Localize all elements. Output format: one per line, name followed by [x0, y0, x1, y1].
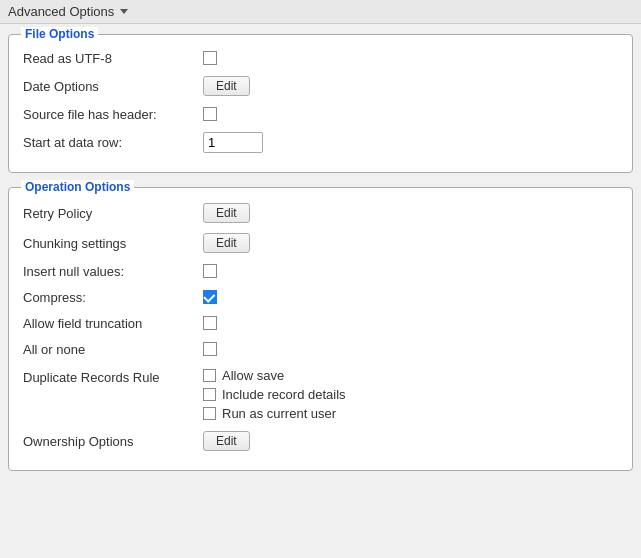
- allow-field-truncation-control: [203, 316, 618, 330]
- run-as-current-user-checkbox[interactable]: [203, 407, 216, 420]
- allow-field-truncation-row: Allow field truncation: [23, 310, 618, 336]
- file-options-section: File Options Read as UTF-8 Date Options …: [8, 34, 633, 173]
- date-options-row: Date Options Edit: [23, 71, 618, 101]
- allow-save-checkbox[interactable]: [203, 369, 216, 382]
- ownership-options-control: Edit: [203, 431, 618, 451]
- duplicate-records-label: Duplicate Records Rule: [23, 368, 203, 385]
- date-options-edit-button[interactable]: Edit: [203, 76, 250, 96]
- compress-checkbox[interactable]: [203, 290, 217, 304]
- insert-null-control: [203, 264, 618, 278]
- page-container: Advanced Options File Options Read as UT…: [0, 0, 641, 481]
- include-record-details-row: Include record details: [203, 387, 346, 402]
- all-or-none-checkbox[interactable]: [203, 342, 217, 356]
- start-data-row-label: Start at data row:: [23, 135, 203, 150]
- allow-field-truncation-checkbox[interactable]: [203, 316, 217, 330]
- allow-save-row: Allow save: [203, 368, 346, 383]
- chunking-settings-row: Chunking settings Edit: [23, 228, 618, 258]
- compress-label: Compress:: [23, 290, 203, 305]
- source-file-header-label: Source file has header:: [23, 107, 203, 122]
- chunking-settings-edit-button[interactable]: Edit: [203, 233, 250, 253]
- retry-policy-edit-button[interactable]: Edit: [203, 203, 250, 223]
- ownership-options-label: Ownership Options: [23, 434, 203, 449]
- retry-policy-row: Retry Policy Edit: [23, 198, 618, 228]
- retry-policy-label: Retry Policy: [23, 206, 203, 221]
- ownership-options-row: Ownership Options Edit: [23, 426, 618, 456]
- compress-control: [203, 290, 618, 304]
- duplicate-records-row: Duplicate Records Rule Allow save Includ…: [23, 362, 618, 426]
- all-or-none-control: [203, 342, 618, 356]
- start-data-row-row: Start at data row:: [23, 127, 618, 158]
- page-title: Advanced Options: [8, 4, 114, 19]
- header-bar: Advanced Options: [0, 0, 641, 24]
- read-utf8-checkbox[interactable]: [203, 51, 217, 65]
- insert-null-row: Insert null values:: [23, 258, 618, 284]
- insert-null-checkbox[interactable]: [203, 264, 217, 278]
- include-record-details-label: Include record details: [222, 387, 346, 402]
- run-as-current-user-row: Run as current user: [203, 406, 346, 421]
- run-as-current-user-label: Run as current user: [222, 406, 336, 421]
- read-utf8-control: [203, 51, 618, 65]
- include-record-details-checkbox[interactable]: [203, 388, 216, 401]
- file-options-legend: File Options: [21, 27, 98, 41]
- start-data-row-input[interactable]: [203, 132, 263, 153]
- date-options-control: Edit: [203, 76, 618, 96]
- start-data-row-control: [203, 132, 618, 153]
- date-options-label: Date Options: [23, 79, 203, 94]
- ownership-options-edit-button[interactable]: Edit: [203, 431, 250, 451]
- duplicate-records-sub-rows: Allow save Include record details Run as…: [203, 368, 346, 421]
- allow-save-label: Allow save: [222, 368, 284, 383]
- source-file-header-control: [203, 107, 618, 121]
- chevron-down-icon[interactable]: [120, 9, 128, 14]
- all-or-none-row: All or none: [23, 336, 618, 362]
- source-file-header-checkbox[interactable]: [203, 107, 217, 121]
- content-area: File Options Read as UTF-8 Date Options …: [0, 24, 641, 481]
- read-utf8-row: Read as UTF-8: [23, 45, 618, 71]
- duplicate-records-control: Allow save Include record details Run as…: [203, 368, 618, 421]
- operation-options-section: Operation Options Retry Policy Edit Chun…: [8, 187, 633, 471]
- allow-field-truncation-label: Allow field truncation: [23, 316, 203, 331]
- compress-row: Compress:: [23, 284, 618, 310]
- operation-options-legend: Operation Options: [21, 180, 134, 194]
- insert-null-label: Insert null values:: [23, 264, 203, 279]
- chunking-settings-label: Chunking settings: [23, 236, 203, 251]
- source-file-header-row: Source file has header:: [23, 101, 618, 127]
- retry-policy-control: Edit: [203, 203, 618, 223]
- chunking-settings-control: Edit: [203, 233, 618, 253]
- read-utf8-label: Read as UTF-8: [23, 51, 203, 66]
- all-or-none-label: All or none: [23, 342, 203, 357]
